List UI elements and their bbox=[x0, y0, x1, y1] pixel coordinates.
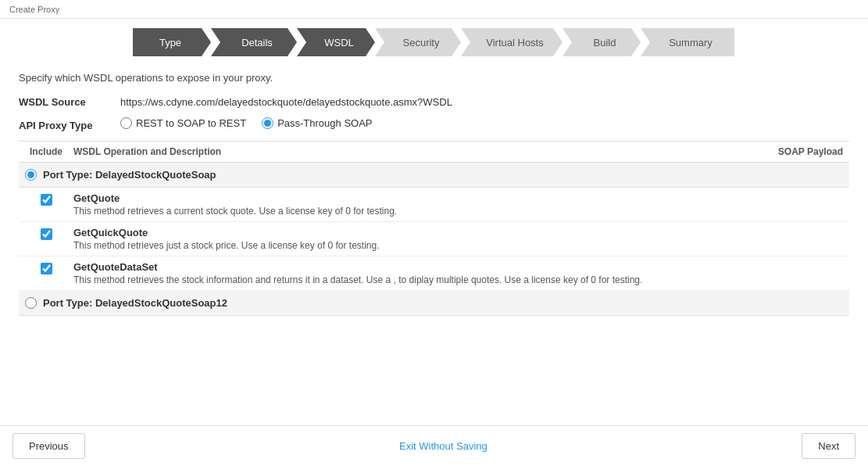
topbar: Create Proxy bbox=[0, 0, 868, 19]
operation-getquote-desc: This method retrieves a current stock qu… bbox=[73, 206, 748, 217]
step-details[interactable]: Details bbox=[211, 28, 297, 56]
step-virtual-hosts[interactable]: Virtual Hosts bbox=[461, 28, 563, 56]
radio-group: REST to SOAP to REST Pass-Through SOAP bbox=[120, 117, 373, 129]
operation-getquote-name: GetQuote bbox=[73, 192, 748, 204]
wsdl-source-row: WSDL Source https://ws.cdyne.com/delayed… bbox=[19, 96, 849, 108]
table-scroll[interactable]: Port Type: DelayedStockQuoteSoap GetQuot… bbox=[19, 163, 849, 382]
operation-getquotedataset-include bbox=[19, 261, 73, 285]
operations-table: Include WSDL Operation and Description S… bbox=[19, 141, 849, 382]
radio-rest-soap-rest-label: REST to SOAP to REST bbox=[136, 117, 246, 129]
port-group-1-name: Port Type: DelayedStockQuoteSoap bbox=[43, 169, 216, 181]
operation-getquote-checkbox[interactable] bbox=[41, 194, 52, 206]
operation-getquickquote: GetQuickQuote This method retrieves just… bbox=[19, 222, 849, 256]
wizard-steps: Type Details WSDL Security Virtual Hosts… bbox=[0, 19, 868, 66]
operation-getquotedataset-details: GetQuoteDataSet This method retrieves th… bbox=[73, 261, 748, 285]
port-group-2-name: Port Type: DelayedStockQuoteSoap12 bbox=[43, 297, 227, 309]
port-group-2: Port Type: DelayedStockQuoteSoap12 bbox=[19, 291, 849, 316]
wsdl-source-value: https://ws.cdyne.com/delayedstockquote/d… bbox=[120, 96, 452, 108]
table-header-payload: SOAP Payload bbox=[748, 146, 849, 157]
operation-getquickquote-desc: This method retrieves just a stock price… bbox=[73, 240, 748, 251]
subtitle: Specify which WSDL operations to expose … bbox=[19, 72, 849, 84]
step-wsdl-label: WSDL bbox=[324, 37, 354, 48]
operation-getquote-include bbox=[19, 192, 73, 217]
step-type[interactable]: Type bbox=[133, 28, 211, 56]
operation-getquickquote-name: GetQuickQuote bbox=[73, 227, 748, 238]
step-summary[interactable]: Summary bbox=[641, 28, 734, 56]
operation-getquickquote-details: GetQuickQuote This method retrieves just… bbox=[73, 227, 748, 251]
step-security[interactable]: Security bbox=[375, 28, 461, 56]
topbar-title: Create Proxy bbox=[9, 5, 59, 14]
operation-getquotedataset-checkbox[interactable] bbox=[41, 263, 52, 274]
port-group-1-radio[interactable] bbox=[25, 169, 37, 181]
content-area: Specify which WSDL operations to expose … bbox=[0, 66, 868, 466]
step-wrapper: Type Details WSDL Security Virtual Hosts… bbox=[133, 28, 734, 56]
exit-button[interactable]: Exit Without Saving bbox=[399, 440, 488, 452]
radio-pass-through-soap[interactable]: Pass-Through SOAP bbox=[262, 117, 372, 129]
main-container: Type Details WSDL Security Virtual Hosts… bbox=[0, 19, 868, 466]
port-group-1-label: Port Type: DelayedStockQuoteSoap bbox=[19, 169, 849, 181]
operation-getquotedataset: GetQuoteDataSet This method retrieves th… bbox=[19, 256, 849, 291]
radio-rest-soap-rest[interactable]: REST to SOAP to REST bbox=[120, 117, 246, 129]
step-summary-label: Summary bbox=[669, 37, 713, 48]
previous-button[interactable]: Previous bbox=[13, 433, 85, 459]
table-header-include: Include bbox=[19, 146, 73, 157]
step-details-label: Details bbox=[241, 37, 273, 48]
table-header: Include WSDL Operation and Description S… bbox=[19, 141, 849, 163]
footer: Previous Exit Without Saving Next bbox=[0, 425, 868, 466]
step-wsdl[interactable]: WSDL bbox=[297, 28, 375, 56]
port-group-2-radio[interactable] bbox=[25, 297, 37, 309]
step-security-label: Security bbox=[403, 37, 440, 48]
api-proxy-type-row: API Proxy Type REST to SOAP to REST Pass… bbox=[19, 117, 849, 131]
operation-getquotedataset-desc: This method retrieves the stock informat… bbox=[73, 274, 748, 285]
radio-pass-through-soap-input[interactable] bbox=[262, 117, 273, 129]
operation-getquickquote-checkbox[interactable] bbox=[41, 228, 52, 240]
port-group-1: Port Type: DelayedStockQuoteSoap bbox=[19, 163, 849, 188]
table-header-operation: WSDL Operation and Description bbox=[73, 146, 748, 157]
api-proxy-type-label: API Proxy Type bbox=[19, 120, 120, 131]
step-build-label: Build bbox=[594, 37, 616, 48]
step-build[interactable]: Build bbox=[563, 28, 641, 56]
radio-pass-through-soap-label: Pass-Through SOAP bbox=[277, 117, 372, 129]
next-button[interactable]: Next bbox=[802, 433, 855, 459]
port-group-2-label: Port Type: DelayedStockQuoteSoap12 bbox=[19, 297, 849, 309]
step-virtual-hosts-label: Virtual Hosts bbox=[486, 37, 543, 48]
operation-getquote-details: GetQuote This method retrieves a current… bbox=[73, 192, 748, 217]
operation-getquickquote-include bbox=[19, 227, 73, 251]
operation-getquote: GetQuote This method retrieves a current… bbox=[19, 188, 849, 222]
step-type-label: Type bbox=[159, 37, 181, 48]
wsdl-source-label: WSDL Source bbox=[19, 96, 120, 108]
radio-rest-soap-rest-input[interactable] bbox=[120, 117, 132, 129]
operation-getquotedataset-name: GetQuoteDataSet bbox=[73, 261, 748, 273]
